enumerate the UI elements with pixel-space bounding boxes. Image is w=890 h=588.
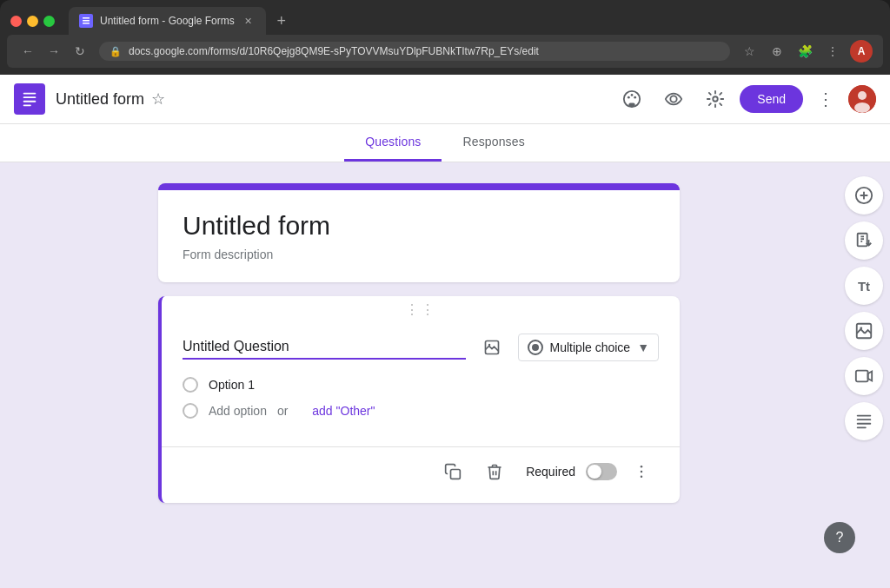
add-title-button[interactable]: Tt [845, 267, 883, 305]
question-inner: Multiple choice ▼ Option 1 Add option or [162, 318, 680, 439]
new-tab-button[interactable]: + [269, 9, 294, 33]
svg-point-15 [854, 102, 870, 113]
bookmark-icon[interactable]: ☆ [739, 41, 760, 62]
main-content: Untitled form Form description ⋮⋮ [0, 162, 890, 588]
forward-button[interactable]: → [43, 41, 64, 62]
svg-rect-4 [23, 96, 37, 98]
radio-button [183, 377, 198, 393]
svg-rect-34 [857, 415, 872, 417]
import-questions-button[interactable] [845, 221, 883, 260]
question-top: Multiple choice ▼ [183, 332, 659, 363]
svg-point-12 [714, 96, 719, 102]
more-tools-icon[interactable]: ⋮ [822, 41, 843, 62]
svg-point-20 [641, 471, 643, 473]
svg-rect-37 [857, 426, 867, 428]
tab-close-button[interactable]: ✕ [242, 14, 256, 28]
active-tab[interactable]: Untitled form - Google Forms ✕ [69, 7, 266, 35]
option-label[interactable]: Option 1 [209, 378, 255, 392]
add-option-or: or [277, 404, 288, 418]
title-text-icon: Tt [858, 279, 870, 294]
question-title-input[interactable] [183, 335, 466, 360]
tabs-bar: Questions Responses [0, 124, 890, 162]
form-description-placeholder[interactable]: Form description [183, 248, 655, 261]
svg-rect-1 [83, 20, 90, 22]
forms-logo [14, 83, 45, 115]
add-question-button[interactable] [845, 176, 883, 215]
add-other-link[interactable]: add "Other" [312, 404, 375, 418]
required-label: Required [526, 465, 575, 479]
back-button[interactable]: ← [17, 41, 38, 62]
address-bar: ← → ↻ 🔒 docs.google.com/forms/d/10R6Qejg… [7, 35, 883, 68]
palette-button[interactable] [614, 82, 649, 116]
form-title-card: Untitled form Form description [158, 183, 680, 282]
app-header: Untitled form ☆ [0, 75, 890, 124]
delete-question-button[interactable] [477, 454, 512, 489]
tab-questions[interactable]: Questions [344, 124, 442, 162]
svg-rect-18 [451, 470, 461, 479]
svg-point-8 [628, 96, 630, 99]
drag-handle[interactable]: ⋮⋮ [162, 296, 680, 318]
option-row: Option 1 [183, 377, 659, 393]
separator-text [298, 404, 302, 418]
lock-icon: 🔒 [110, 46, 122, 57]
add-image-button[interactable] [476, 332, 508, 363]
question-more-button[interactable] [624, 454, 659, 489]
svg-rect-36 [857, 423, 872, 425]
question-type-select[interactable]: Multiple choice ▼ [518, 334, 659, 361]
preview-button[interactable] [656, 82, 691, 116]
svg-point-9 [631, 94, 634, 96]
settings-button[interactable] [698, 82, 733, 116]
toggle-knob [588, 465, 601, 479]
form-name-title[interactable]: Untitled form [183, 211, 655, 241]
add-section-button[interactable] [845, 402, 883, 440]
svg-point-19 [641, 466, 643, 468]
maximize-button[interactable] [43, 16, 55, 27]
form-title-area: Untitled form ☆ [56, 89, 165, 109]
add-option-text[interactable]: Add option [209, 404, 267, 418]
add-video-button[interactable] [845, 357, 883, 395]
chevron-down-icon: ▼ [637, 340, 649, 354]
user-avatar[interactable] [848, 85, 876, 113]
tab-responses[interactable]: Responses [442, 124, 545, 162]
help-button[interactable]: ? [824, 522, 855, 553]
send-button[interactable]: Send [740, 85, 803, 113]
form-title-header[interactable]: Untitled form [56, 90, 144, 109]
window-controls [10, 16, 55, 27]
svg-point-21 [641, 476, 643, 479]
svg-rect-0 [83, 17, 90, 19]
header-actions: Send ⋮ [614, 82, 876, 116]
more-options-button[interactable]: ⋮ [810, 82, 841, 116]
add-option-row: Add option or add "Other" [183, 403, 659, 419]
multiple-choice-icon [528, 340, 543, 355]
svg-point-10 [634, 96, 637, 99]
form-title-inner: Untitled form Form description [158, 190, 680, 282]
svg-point-11 [671, 96, 677, 102]
nav-buttons: ← → ↻ [17, 41, 90, 62]
browser-profile-avatar[interactable]: A [850, 40, 873, 63]
minimize-button[interactable] [27, 16, 38, 27]
svg-marker-33 [868, 372, 873, 381]
tab-bar: Untitled form - Google Forms ✕ + [0, 0, 890, 35]
url-bar[interactable]: 🔒 docs.google.com/forms/d/10R6Qejg8QM9E-… [99, 42, 730, 61]
radio-dot [532, 344, 539, 351]
form-area: Untitled form Form description ⋮⋮ [0, 162, 838, 588]
svg-rect-5 [23, 101, 37, 102]
copy-question-button[interactable] [435, 454, 470, 489]
question-type-label: Multiple choice [550, 340, 631, 354]
svg-rect-3 [23, 93, 37, 95]
extensions-icon[interactable]: 🧩 [794, 41, 815, 62]
layers-icon[interactable]: ⊕ [767, 41, 787, 62]
svg-rect-35 [857, 419, 872, 420]
question-footer: Required [162, 446, 680, 503]
address-actions: ☆ ⊕ 🧩 ⋮ A [739, 40, 873, 63]
required-toggle[interactable] [586, 463, 617, 480]
star-icon[interactable]: ☆ [151, 89, 165, 109]
refresh-button[interactable]: ↻ [70, 41, 90, 62]
app-area: Untitled form ☆ [0, 75, 890, 588]
browser-chrome: Untitled form - Google Forms ✕ + ← → ↻ 🔒… [0, 0, 890, 75]
tab-favicon [79, 14, 93, 28]
close-button[interactable] [10, 16, 22, 27]
add-image-sidebar-button[interactable] [845, 312, 883, 350]
svg-point-14 [858, 91, 867, 100]
svg-rect-2 [83, 23, 90, 24]
